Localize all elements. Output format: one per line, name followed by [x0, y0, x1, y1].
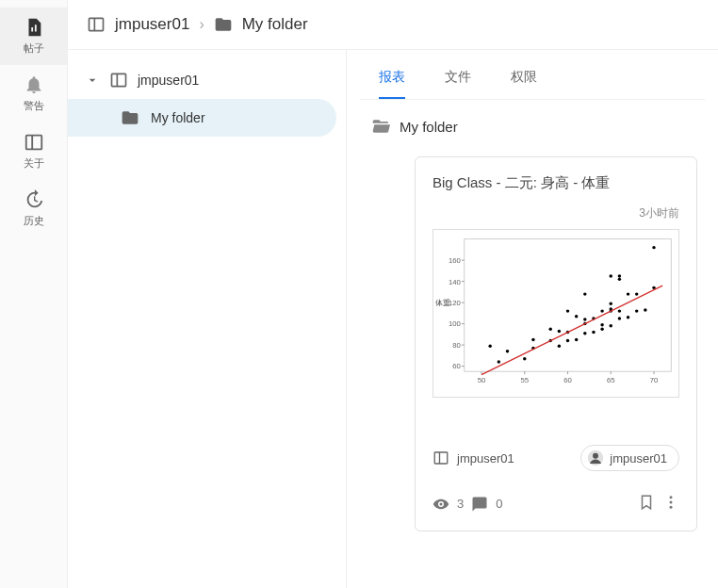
- folder-header-label: My folder: [400, 119, 458, 135]
- svg-point-44: [575, 315, 578, 318]
- tree-child-label: My folder: [151, 110, 205, 125]
- tree-pane: jmpuser01 My folder: [68, 50, 346, 588]
- svg-point-40: [566, 339, 569, 342]
- svg-text:160: 160: [449, 256, 461, 265]
- svg-point-61: [618, 278, 621, 281]
- svg-point-37: [548, 327, 551, 330]
- scatter-chart: 60801001201401605055606570体重: [433, 230, 678, 393]
- tree-root[interactable]: jmpuser01: [68, 61, 346, 99]
- svg-point-30: [488, 344, 491, 347]
- chart-thumbnail: 60801001201401605055606570体重: [432, 229, 679, 398]
- owner-user: jmpuser01: [610, 451, 667, 466]
- svg-text:体重: 体重: [435, 299, 450, 307]
- svg-text:60: 60: [452, 362, 461, 370]
- comment-count: 0: [496, 497, 502, 511]
- tree-child-myfolder[interactable]: My folder: [68, 99, 336, 137]
- svg-point-42: [566, 309, 569, 312]
- folder-header: My folder: [360, 100, 705, 145]
- breadcrumb-folder[interactable]: My folder: [242, 15, 308, 34]
- svg-point-66: [635, 292, 638, 295]
- svg-point-39: [558, 330, 561, 333]
- owner-space: jmpuser01: [457, 451, 514, 466]
- svg-text:80: 80: [452, 341, 461, 350]
- nav-rail: 帖子 警告 关于 历史: [0, 0, 68, 588]
- bookmark-button[interactable]: [638, 494, 655, 514]
- svg-text:55: 55: [520, 376, 529, 384]
- svg-point-47: [583, 318, 586, 320]
- svg-point-67: [644, 308, 646, 311]
- svg-point-48: [583, 292, 586, 295]
- rail-item-alerts[interactable]: 警告: [0, 65, 67, 122]
- folder-icon: [214, 15, 233, 34]
- card-title: Big Class - 二元: 身高 - 体重: [432, 174, 679, 192]
- folder-icon: [121, 108, 139, 127]
- eye-icon: [432, 496, 449, 513]
- card-meta: jmpuser01 jmpuser01: [432, 445, 679, 471]
- svg-point-51: [600, 327, 603, 330]
- svg-point-65: [635, 309, 638, 312]
- svg-text:50: 50: [478, 376, 486, 384]
- svg-rect-0: [25, 136, 41, 150]
- content-split: jmpuser01 My folder 报表 文件 权限 My folder B…: [68, 50, 718, 588]
- rail-label: 关于: [24, 156, 44, 171]
- folder-open-icon: [371, 117, 390, 136]
- panel-icon: [87, 15, 106, 34]
- svg-point-57: [610, 274, 612, 277]
- tree-root-label: jmpuser01: [138, 73, 199, 88]
- chevron-right-icon: ›: [199, 16, 204, 33]
- report-card[interactable]: Big Class - 二元: 身高 - 体重 3小时前 60801001201…: [415, 156, 697, 531]
- tabs: 报表 文件 权限: [360, 50, 705, 100]
- svg-point-38: [558, 344, 561, 347]
- svg-text:100: 100: [449, 319, 461, 328]
- svg-text:60: 60: [563, 376, 572, 384]
- svg-point-62: [618, 274, 621, 277]
- svg-point-43: [575, 338, 578, 341]
- rail-item-posts[interactable]: 帖子: [0, 8, 67, 65]
- panel-icon: [24, 132, 44, 153]
- main-area: jmpuser01 › My folder jmpuser01 My folde…: [68, 0, 718, 588]
- svg-point-53: [600, 309, 603, 312]
- tab-permissions[interactable]: 权限: [511, 69, 537, 99]
- svg-rect-71: [434, 452, 448, 464]
- svg-point-76: [670, 501, 673, 504]
- avatar-icon: [587, 449, 604, 466]
- svg-rect-2: [90, 18, 104, 30]
- svg-rect-6: [465, 239, 672, 372]
- comment-icon: [471, 496, 488, 513]
- svg-text:120: 120: [449, 299, 461, 307]
- svg-point-77: [670, 506, 673, 509]
- panel-icon: [109, 71, 128, 90]
- svg-point-69: [652, 246, 655, 249]
- svg-text:140: 140: [449, 278, 461, 286]
- bell-icon: [24, 74, 44, 95]
- rail-item-history[interactable]: 历史: [0, 180, 67, 237]
- panel-icon: [432, 449, 449, 466]
- more-menu-button[interactable]: [662, 494, 679, 514]
- svg-point-54: [610, 324, 612, 327]
- svg-point-52: [600, 323, 603, 326]
- view-count: 3: [457, 497, 464, 511]
- tab-reports[interactable]: 报表: [379, 69, 405, 99]
- svg-point-64: [627, 292, 629, 295]
- svg-point-31: [498, 360, 500, 363]
- svg-point-58: [610, 302, 612, 305]
- breadcrumb-root[interactable]: jmpuser01: [115, 15, 189, 34]
- card-timestamp: 3小时前: [432, 205, 679, 221]
- breadcrumb: jmpuser01 › My folder: [68, 0, 718, 50]
- svg-point-32: [506, 350, 509, 352]
- history-icon: [24, 189, 44, 210]
- tab-files[interactable]: 文件: [445, 69, 471, 99]
- svg-point-63: [627, 316, 629, 318]
- svg-point-49: [592, 331, 595, 334]
- caret-down-icon: [85, 73, 100, 88]
- svg-point-75: [670, 497, 673, 499]
- rail-item-about[interactable]: 关于: [0, 122, 67, 180]
- svg-point-59: [618, 317, 621, 319]
- rail-label: 帖子: [24, 41, 44, 56]
- right-pane: 报表 文件 权限 My folder Big Class - 二元: 身高 - …: [346, 50, 718, 588]
- owner-chip[interactable]: jmpuser01: [580, 445, 679, 471]
- svg-text:70: 70: [650, 376, 659, 384]
- svg-point-33: [523, 357, 526, 360]
- rail-label: 历史: [24, 214, 44, 228]
- svg-text:65: 65: [607, 376, 615, 384]
